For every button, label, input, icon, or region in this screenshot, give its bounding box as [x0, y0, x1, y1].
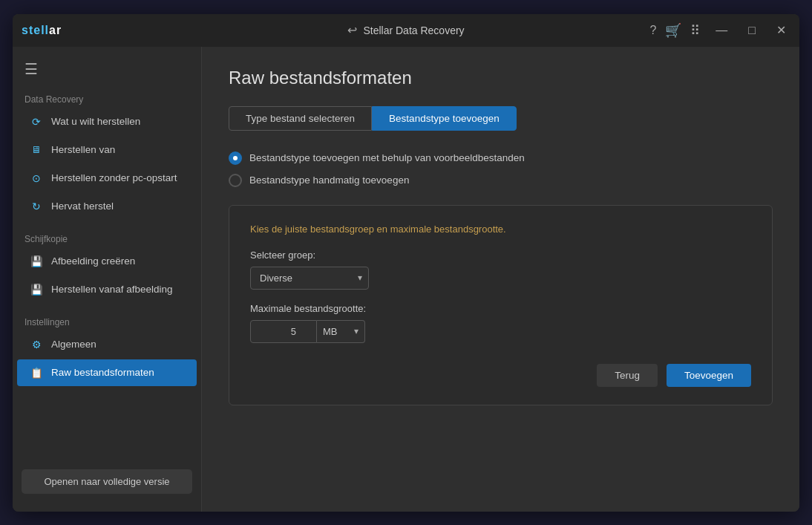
- sidebar-item-herstellen-van[interactable]: 🖥 Herstellen van: [17, 137, 197, 163]
- section-label-schijfkopie: Schijfkopie: [13, 228, 201, 247]
- sidebar-label-herstellen-vanaf: Herstellen vanaf afbeelding: [51, 284, 173, 295]
- max-size-input[interactable]: [250, 320, 317, 343]
- select-group-wrapper: Diverse Afbeeldingen Audio Video Documen…: [250, 267, 369, 290]
- add-button[interactable]: Toevoegen: [667, 364, 751, 387]
- radio-group: Bestandstype toevoegen met behulp van vo…: [229, 151, 773, 187]
- computer-icon: 🖥: [29, 143, 44, 157]
- unit-arrow-icon: ▾: [348, 326, 364, 336]
- disk-create-icon: 💾: [29, 254, 44, 269]
- radio-handmatig[interactable]: [229, 174, 242, 187]
- radio-item-met-behulp[interactable]: Bestandstype toevoegen met behulp van vo…: [229, 151, 773, 165]
- upgrade-button[interactable]: Openen naar volledige versie: [22, 469, 192, 494]
- menu-toggle-button[interactable]: ☰: [13, 56, 201, 82]
- field-max-size: Maximale bestandsgrootte: MB KB GB ▾: [250, 303, 751, 343]
- sidebar-label-algemeen: Algemeen: [51, 339, 96, 350]
- raw-format-icon: 📋: [29, 365, 44, 380]
- tab-bestandstype-toevoegen[interactable]: Bestandstype toevoegen: [372, 106, 517, 131]
- titlebar-right: ? 🛒 ⠿ — □ ✕: [649, 20, 790, 40]
- sidebar-label-afbeelding-creeren: Afbeelding creëren: [51, 255, 135, 267]
- resume-icon: ↻: [29, 199, 44, 214]
- close-button[interactable]: ✕: [772, 20, 790, 40]
- select-group-input[interactable]: Diverse Afbeeldingen Audio Video Documen…: [251, 267, 352, 289]
- back-button[interactable]: Terug: [597, 364, 658, 387]
- titlebar-center: ↩ Stellar Data Recovery: [347, 23, 464, 37]
- sidebar-label-herstellen-van: Herstellen van: [51, 144, 115, 155]
- cart-icon[interactable]: 🛒: [665, 22, 681, 39]
- screen-icon: ⊙: [29, 171, 44, 186]
- sidebar-label-hervat-herstel: Hervat herstel: [51, 200, 114, 212]
- sidebar-item-hervat-herstel[interactable]: ↻ Hervat herstel: [17, 193, 197, 220]
- titlebar-left: stellar: [22, 24, 62, 37]
- select-group-label: Selcteer groep:: [250, 250, 751, 261]
- tab-type-selecteren[interactable]: Type bestand selecteren: [229, 106, 372, 131]
- sidebar-item-raw-bestandsformaten[interactable]: 📋 Raw bestandsformaten: [17, 359, 197, 386]
- titlebar: stellar ↩ Stellar Data Recovery ? 🛒 ⠿ — …: [13, 14, 799, 47]
- gear-icon: ⚙: [29, 337, 44, 352]
- titlebar-icons: ? 🛒 ⠿: [649, 22, 699, 39]
- help-icon[interactable]: ?: [649, 24, 656, 37]
- sidebar: ☰ Data Recovery ⟳ Wat u wilt herstellen …: [13, 47, 202, 512]
- main-content: ☰ Data Recovery ⟳ Wat u wilt herstellen …: [13, 47, 799, 512]
- app-title: Stellar Data Recovery: [363, 25, 464, 36]
- section-label-instellingen: Instellingen: [13, 311, 201, 330]
- sidebar-label-raw: Raw bestandsformaten: [51, 367, 154, 378]
- back-arrow-icon: ↩: [347, 23, 357, 37]
- maximize-button[interactable]: □: [744, 21, 760, 40]
- section-label-data-recovery: Data Recovery: [13, 88, 201, 108]
- unit-select-wrapper: MB KB GB ▾: [317, 320, 365, 343]
- sidebar-item-wat-u-wilt[interactable]: ⟳ Wat u wilt herstellen: [17, 108, 197, 135]
- grid-icon[interactable]: ⠿: [690, 22, 699, 39]
- page-title: Raw bestandsformaten: [229, 68, 773, 88]
- sidebar-item-algemeen[interactable]: ⚙ Algemeen: [17, 331, 197, 358]
- refresh-icon: ⟳: [29, 114, 44, 129]
- radio-label-handmatig: Bestandstype handmatig toevoegen: [249, 175, 409, 186]
- sidebar-item-herstellen-zonder[interactable]: ⊙ Herstellen zonder pc-opstart: [17, 165, 197, 192]
- app-window: stellar ↩ Stellar Data Recovery ? 🛒 ⠿ — …: [13, 14, 799, 512]
- sidebar-label-wat-u-wilt: Wat u wilt herstellen: [51, 116, 140, 127]
- disk-restore-icon: 💾: [29, 282, 44, 297]
- sidebar-bottom: Openen naar volledige versie: [13, 460, 201, 503]
- form-hint: Kies de juiste bestandsgroep en maximale…: [250, 224, 751, 235]
- radio-item-handmatig[interactable]: Bestandstype handmatig toevoegen: [229, 174, 773, 187]
- form-card: Kies de juiste bestandsgroep en maximale…: [229, 205, 773, 405]
- max-size-label: Maximale bestandsgrootte:: [250, 303, 751, 314]
- max-size-input-group: MB KB GB ▾: [250, 320, 751, 343]
- sidebar-label-herstellen-zonder: Herstellen zonder pc-opstart: [51, 172, 177, 183]
- radio-label-met-behulp: Bestandstype toevoegen met behulp van vo…: [249, 152, 525, 163]
- sidebar-item-herstellen-vanaf[interactable]: 💾 Herstellen vanaf afbeelding: [17, 276, 197, 303]
- radio-met-behulp[interactable]: [229, 151, 242, 165]
- content-area: Raw bestandsformaten Type bestand select…: [202, 47, 799, 512]
- field-select-group: Selcteer groep: Diverse Afbeeldingen Aud…: [250, 250, 751, 290]
- unit-select-input[interactable]: MB KB GB: [317, 321, 348, 342]
- minimize-button[interactable]: —: [711, 21, 732, 40]
- form-actions: Terug Toevoegen: [250, 364, 751, 387]
- sidebar-item-afbeelding-creeren[interactable]: 💾 Afbeelding creëren: [17, 248, 197, 275]
- tab-group: Type bestand selecteren Bestandstype toe…: [229, 106, 773, 131]
- app-logo: stellar: [22, 24, 62, 37]
- select-group-arrow-icon: ▾: [352, 273, 368, 283]
